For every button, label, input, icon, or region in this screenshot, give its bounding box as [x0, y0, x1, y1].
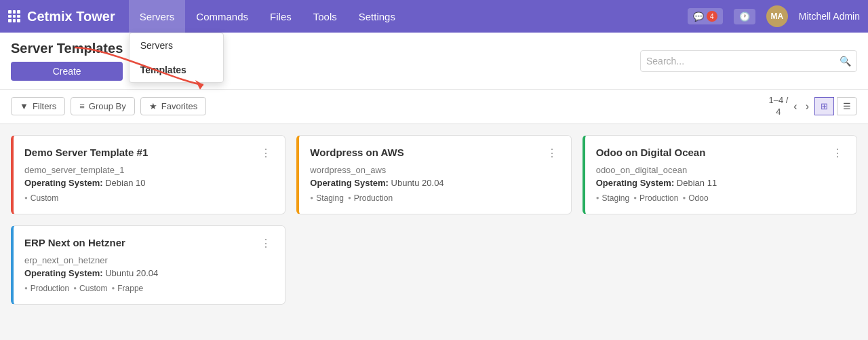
card-tags: ProductionCustomFrappe: [24, 284, 274, 293]
nav-item-files[interactable]: Files: [259, 0, 302, 33]
tag: Production: [633, 193, 678, 203]
card-tags: StagingProduction: [310, 193, 559, 203]
card-header: ERP Next on Hetzner ⋮: [24, 237, 274, 250]
notifications-button[interactable]: 💬 4: [688, 8, 723, 24]
nav-item-tools[interactable]: Tools: [302, 0, 348, 33]
navbar: Cetmix Tower Servers Servers Templates C…: [0, 0, 868, 33]
card-slug: wordpress_on_aws: [310, 165, 559, 175]
nav-item-servers[interactable]: Servers Servers Templates: [129, 0, 186, 33]
card-item: Odoo on Digital Ocean ⋮ odoo_on_digital_…: [583, 135, 857, 214]
tag: Custom: [24, 193, 58, 203]
list-view-button[interactable]: ☰: [837, 97, 857, 115]
card-menu-button[interactable]: ⋮: [258, 147, 274, 159]
filters-bar: ▼ Filters ≡ Group By ★ Favorites 1–4 / 4…: [0, 90, 868, 124]
grid-icon: [8, 10, 20, 22]
create-button[interactable]: Create: [11, 62, 123, 81]
tag: Frappe: [111, 284, 143, 293]
card-menu-button[interactable]: ⋮: [258, 237, 274, 250]
brand[interactable]: Cetmix Tower: [8, 9, 115, 24]
card-tags: StagingProductionOdoo: [596, 193, 846, 203]
page-title: Server Templates: [11, 41, 123, 56]
pagination-info: 1–4 / 4 ‹ › ⊞ ☰: [768, 95, 857, 118]
servers-dropdown: Servers Templates: [129, 33, 224, 83]
card-os: Operating System: Debian 10: [24, 178, 274, 188]
nav-item-files-label: Files: [270, 11, 292, 22]
card-menu-button[interactable]: ⋮: [544, 147, 560, 159]
pagination-text: 1–4 / 4: [768, 95, 788, 118]
card-title: Odoo on Digital Ocean: [596, 147, 706, 158]
tag: Custom: [73, 284, 107, 293]
nav-right: 💬 4 🕐 MA Mitchell Admin: [688, 5, 860, 27]
avatar: MA: [766, 5, 788, 27]
card-item: Wordpress on AWS ⋮ wordpress_on_aws Oper…: [296, 135, 571, 214]
filters-label: Filters: [33, 101, 56, 111]
nav-item-commands-label: Commands: [196, 11, 248, 22]
notifications-badge: 4: [707, 11, 717, 22]
card-os: Operating System: Ubuntu 20.04: [310, 178, 559, 188]
card-menu-button[interactable]: ⋮: [829, 147, 846, 159]
brand-name: Cetmix Tower: [27, 9, 115, 24]
filters-button[interactable]: ▼ Filters: [11, 97, 65, 115]
card-title: Demo Server Template #1: [24, 147, 148, 158]
toolbar-left: Server Templates Create: [11, 41, 123, 81]
card-os: Operating System: Ubuntu 20.04: [24, 268, 274, 278]
card-header: Odoo on Digital Ocean ⋮: [596, 147, 846, 159]
card-item: ERP Next on Hetzner ⋮ erp_next_on_hetzne…: [11, 225, 285, 305]
filter-icon: ▼: [20, 101, 28, 111]
favorites-label: Favorites: [161, 101, 197, 111]
tag: Production: [24, 284, 69, 293]
nav-items: Servers Servers Templates Commands Files…: [129, 0, 688, 33]
card-title: Wordpress on AWS: [310, 147, 403, 158]
nav-item-settings[interactable]: Settings: [348, 0, 406, 33]
star-icon: ★: [149, 101, 157, 111]
prev-page-button[interactable]: ‹: [791, 99, 800, 114]
card-slug: erp_next_on_hetzner: [24, 255, 274, 265]
card-os: Operating System: Debian 11: [596, 178, 846, 188]
grid-view-button[interactable]: ⊞: [814, 97, 834, 115]
nav-item-commands[interactable]: Commands: [185, 0, 259, 33]
toolbar-right: 🔍: [640, 50, 857, 72]
clock-icon: 🕐: [739, 12, 750, 22]
search-bar: 🔍: [640, 50, 857, 72]
search-icon[interactable]: 🔍: [840, 56, 851, 67]
chat-icon: 💬: [693, 12, 704, 22]
card-tags: Custom: [24, 193, 274, 203]
tag: Production: [348, 193, 393, 203]
tag: Staging: [310, 193, 344, 203]
nav-item-tools-label: Tools: [313, 11, 337, 22]
cards-grid: Demo Server Template #1 ⋮ demo_server_te…: [0, 124, 868, 316]
card-slug: demo_server_template_1: [24, 165, 274, 175]
dropdown-item-templates[interactable]: Templates: [130, 58, 223, 82]
card-header: Demo Server Template #1 ⋮: [24, 147, 274, 159]
search-input[interactable]: [646, 56, 840, 67]
card-title: ERP Next on Hetzner: [24, 237, 125, 248]
history-button[interactable]: 🕐: [734, 9, 755, 24]
dropdown-item-servers[interactable]: Servers: [130, 33, 223, 58]
favorites-button[interactable]: ★ Favorites: [140, 97, 206, 115]
card-slug: odoo_on_digital_ocean: [596, 165, 846, 175]
user-name: Mitchell Admin: [799, 11, 860, 22]
nav-item-settings-label: Settings: [359, 11, 395, 22]
card-item: Demo Server Template #1 ⋮ demo_server_te…: [11, 135, 285, 214]
nav-item-servers-label: Servers: [140, 11, 175, 22]
next-page-button[interactable]: ›: [803, 99, 812, 114]
group-by-icon: ≡: [79, 101, 85, 111]
card-header: Wordpress on AWS ⋮: [310, 147, 559, 159]
group-by-label: Group By: [89, 101, 126, 111]
tag: Staging: [596, 193, 630, 203]
tag: Odoo: [682, 193, 708, 203]
group-by-button[interactable]: ≡ Group By: [71, 97, 135, 115]
